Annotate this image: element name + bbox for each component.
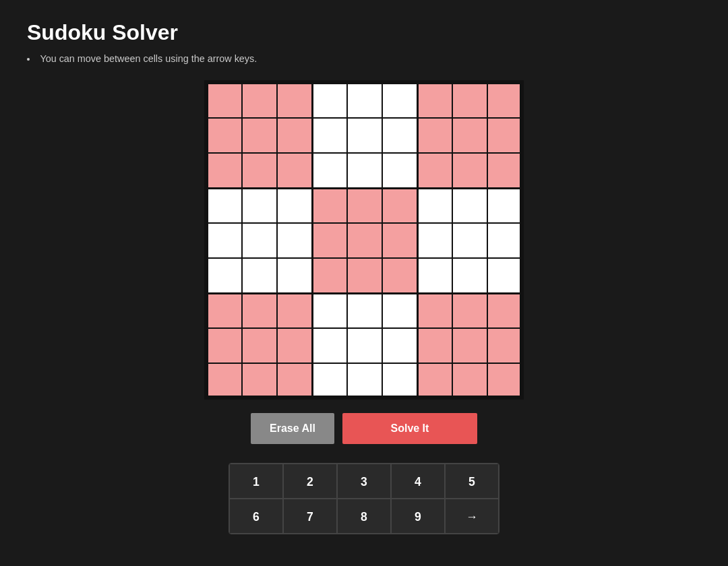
sudoku-container: Erase All Solve It 1 2 3 4 5 6 7 8 9 → — [27, 80, 701, 534]
sudoku-cell-r0-c5[interactable] — [382, 82, 417, 117]
sudoku-cell-r8-c8[interactable] — [487, 363, 522, 398]
numpad-key-6[interactable]: 6 — [229, 499, 283, 534]
sudoku-cell-r2-c1[interactable] — [241, 152, 276, 187]
sudoku-cell-r1-c8[interactable] — [487, 117, 522, 152]
sudoku-cell-r3-c2[interactable] — [276, 187, 311, 222]
sudoku-cell-r1-c5[interactable] — [382, 117, 417, 152]
sudoku-cell-r7-c7[interactable] — [452, 327, 487, 363]
sudoku-cell-r3-c7[interactable] — [452, 187, 487, 222]
sudoku-cell-r2-c4[interactable] — [346, 152, 382, 187]
solve-it-button[interactable]: Solve It — [342, 413, 477, 444]
sudoku-cell-r6-c1[interactable] — [241, 292, 276, 327]
sudoku-cell-r4-c5[interactable] — [382, 222, 417, 257]
sudoku-cell-r7-c0[interactable] — [206, 327, 241, 363]
sudoku-cell-r0-c2[interactable] — [276, 82, 311, 117]
sudoku-cell-r3-c5[interactable] — [382, 187, 417, 222]
sudoku-cell-r3-c4[interactable] — [346, 187, 382, 222]
sudoku-cell-r4-c8[interactable] — [487, 222, 522, 257]
sudoku-cell-r8-c2[interactable] — [276, 363, 311, 398]
sudoku-cell-r7-c4[interactable] — [346, 327, 382, 363]
numpad-key-1[interactable]: 1 — [229, 464, 283, 499]
sudoku-cell-r2-c5[interactable] — [382, 152, 417, 187]
sudoku-cell-r1-c2[interactable] — [276, 117, 311, 152]
sudoku-cell-r2-c8[interactable] — [487, 152, 522, 187]
sudoku-cell-r8-c6[interactable] — [417, 363, 452, 398]
sudoku-cell-r5-c5[interactable] — [382, 257, 417, 292]
sudoku-cell-r5-c0[interactable] — [206, 257, 241, 292]
numpad-key-9[interactable]: 9 — [391, 499, 445, 534]
sudoku-cell-r4-c4[interactable] — [346, 222, 382, 257]
sudoku-cell-r6-c6[interactable] — [417, 292, 452, 327]
sudoku-cell-r8-c4[interactable] — [346, 363, 382, 398]
sudoku-cell-r5-c2[interactable] — [276, 257, 311, 292]
sudoku-cell-r7-c8[interactable] — [487, 327, 522, 363]
sudoku-grid — [204, 80, 524, 400]
sudoku-cell-r1-c7[interactable] — [452, 117, 487, 152]
sudoku-cell-r0-c4[interactable] — [346, 82, 382, 117]
sudoku-cell-r2-c7[interactable] — [452, 152, 487, 187]
sudoku-cell-r1-c0[interactable] — [206, 117, 241, 152]
sudoku-cell-r6-c5[interactable] — [382, 292, 417, 327]
sudoku-cell-r5-c1[interactable] — [241, 257, 276, 292]
erase-all-button[interactable]: Erase All — [251, 413, 334, 444]
sudoku-cell-r8-c7[interactable] — [452, 363, 487, 398]
sudoku-cell-r6-c7[interactable] — [452, 292, 487, 327]
sudoku-cell-r1-c3[interactable] — [311, 117, 346, 152]
numpad-row-2: 6 7 8 9 → — [229, 499, 499, 534]
sudoku-cell-r8-c5[interactable] — [382, 363, 417, 398]
sudoku-cell-r2-c3[interactable] — [311, 152, 346, 187]
numpad-key-backspace[interactable]: → — [445, 499, 499, 534]
sudoku-cell-r6-c8[interactable] — [487, 292, 522, 327]
numpad-key-8[interactable]: 8 — [337, 499, 391, 534]
sudoku-cell-r4-c1[interactable] — [241, 222, 276, 257]
sudoku-cell-r1-c6[interactable] — [417, 117, 452, 152]
sudoku-cell-r0-c7[interactable] — [452, 82, 487, 117]
sudoku-cell-r0-c0[interactable] — [206, 82, 241, 117]
sudoku-cell-r3-c0[interactable] — [206, 187, 241, 222]
sudoku-cell-r6-c3[interactable] — [311, 292, 346, 327]
sudoku-cell-r2-c6[interactable] — [417, 152, 452, 187]
sudoku-cell-r1-c4[interactable] — [346, 117, 382, 152]
numpad-key-4[interactable]: 4 — [391, 464, 445, 499]
sudoku-cell-r3-c3[interactable] — [311, 187, 346, 222]
page-title: Sudoku Solver — [27, 20, 701, 45]
sudoku-cell-r6-c2[interactable] — [276, 292, 311, 327]
sudoku-cell-r0-c3[interactable] — [311, 82, 346, 117]
sudoku-cell-r4-c7[interactable] — [452, 222, 487, 257]
sudoku-cell-r7-c2[interactable] — [276, 327, 311, 363]
numpad-key-5[interactable]: 5 — [445, 464, 499, 499]
sudoku-cell-r0-c1[interactable] — [241, 82, 276, 117]
sudoku-cell-r3-c8[interactable] — [487, 187, 522, 222]
numpad-key-2[interactable]: 2 — [283, 464, 337, 499]
sudoku-cell-r7-c3[interactable] — [311, 327, 346, 363]
sudoku-cell-r5-c7[interactable] — [452, 257, 487, 292]
sudoku-cell-r4-c3[interactable] — [311, 222, 346, 257]
sudoku-cell-r8-c0[interactable] — [206, 363, 241, 398]
sudoku-cell-r5-c3[interactable] — [311, 257, 346, 292]
sudoku-cell-r3-c1[interactable] — [241, 187, 276, 222]
buttons-row: Erase All Solve It — [251, 413, 477, 444]
sudoku-cell-r0-c6[interactable] — [417, 82, 452, 117]
sudoku-cell-r6-c0[interactable] — [206, 292, 241, 327]
sudoku-cell-r4-c6[interactable] — [417, 222, 452, 257]
numpad: 1 2 3 4 5 6 7 8 9 → — [229, 463, 499, 534]
sudoku-cell-r4-c2[interactable] — [276, 222, 311, 257]
sudoku-cell-r3-c6[interactable] — [417, 187, 452, 222]
hint-text: You can move between cells using the arr… — [27, 53, 701, 64]
sudoku-cell-r4-c0[interactable] — [206, 222, 241, 257]
sudoku-cell-r2-c2[interactable] — [276, 152, 311, 187]
sudoku-cell-r8-c1[interactable] — [241, 363, 276, 398]
sudoku-cell-r1-c1[interactable] — [241, 117, 276, 152]
sudoku-cell-r0-c8[interactable] — [487, 82, 522, 117]
numpad-key-3[interactable]: 3 — [337, 464, 391, 499]
sudoku-cell-r7-c5[interactable] — [382, 327, 417, 363]
sudoku-cell-r6-c4[interactable] — [346, 292, 382, 327]
sudoku-cell-r8-c3[interactable] — [311, 363, 346, 398]
sudoku-cell-r5-c6[interactable] — [417, 257, 452, 292]
sudoku-cell-r5-c4[interactable] — [346, 257, 382, 292]
numpad-key-7[interactable]: 7 — [283, 499, 337, 534]
sudoku-cell-r5-c8[interactable] — [487, 257, 522, 292]
sudoku-cell-r2-c0[interactable] — [206, 152, 241, 187]
sudoku-cell-r7-c1[interactable] — [241, 327, 276, 363]
sudoku-cell-r7-c6[interactable] — [417, 327, 452, 363]
